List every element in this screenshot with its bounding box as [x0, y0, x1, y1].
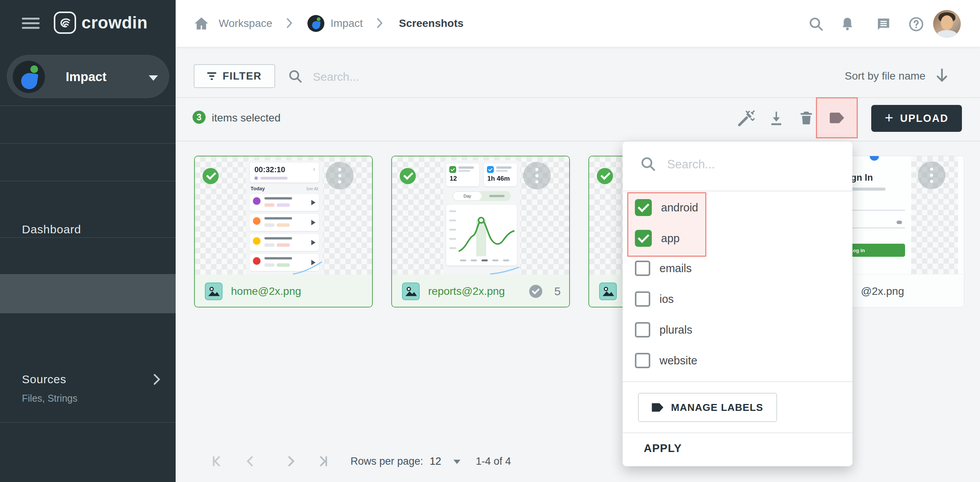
divider — [623, 381, 852, 382]
image-file-icon — [402, 283, 420, 300]
search-input[interactable] — [313, 70, 774, 83]
home-screenshot-thumbnail: 00:32:10 › Today See All — [246, 160, 323, 274]
image-file-icon — [205, 283, 223, 300]
label-tag-icon — [652, 403, 663, 412]
divider — [176, 97, 980, 98]
label-option-plurals[interactable]: plurals — [635, 322, 692, 337]
breadcrumb-workspace[interactable]: Workspace — [219, 0, 272, 47]
file-name: reports@2x.png — [428, 285, 505, 298]
labels-search — [639, 155, 829, 174]
card-menu-button[interactable] — [918, 161, 945, 189]
selected-check-icon[interactable] — [203, 168, 219, 184]
sidebar-item-screenshots[interactable]: Screenshots — [0, 274, 176, 313]
user-avatar[interactable] — [933, 10, 961, 38]
rows-per-page-select[interactable]: 12 — [430, 455, 441, 467]
checkbox-checked-icon[interactable] — [635, 199, 652, 216]
label-option-website[interactable]: website — [635, 353, 697, 368]
selected-check-icon[interactable] — [400, 168, 416, 184]
card-footer: home@2x.png — [195, 274, 372, 307]
checkbox-unchecked-icon[interactable] — [635, 353, 650, 368]
sidebar-item-tasks[interactable]: Tasks — [0, 313, 176, 351]
screenshot-card-home[interactable]: 00:32:10 › Today See All home@2x.png — [194, 156, 373, 307]
card-menu-button[interactable] — [523, 162, 551, 189]
crowdin-bird-icon — [54, 12, 76, 34]
screenshot-search — [287, 65, 802, 89]
image-file-icon — [599, 283, 617, 300]
sidebar-item-members[interactable]: Members — [0, 351, 176, 387]
brand-name: crowdin — [81, 13, 148, 32]
search-icon — [639, 155, 656, 174]
chat-icon[interactable] — [875, 16, 892, 34]
approved-check-icon — [529, 285, 542, 298]
divider — [623, 432, 852, 433]
download-icon[interactable] — [768, 110, 785, 128]
chevron-right-icon — [286, 18, 292, 30]
checkbox-unchecked-icon[interactable] — [635, 291, 650, 307]
divider — [623, 191, 852, 191]
reports-screenshot-thumbnail: 12 1h 46m Day — [443, 160, 520, 274]
selected-check-icon[interactable] — [597, 168, 613, 184]
filter-icon — [207, 72, 216, 80]
label-option-app[interactable]: app — [635, 230, 679, 247]
first-page-button[interactable] — [209, 454, 224, 470]
project-name: Impact — [66, 55, 106, 98]
sidebar-item-dashboard[interactable]: Dashboard — [0, 105, 176, 143]
caret-down-icon[interactable] — [453, 460, 460, 464]
plus-icon: + — [885, 110, 893, 125]
sidebar-item-reports[interactable]: Reports Overview, Cost estimate, Transl.… — [0, 422, 176, 482]
search-icon[interactable] — [808, 16, 824, 33]
last-page-button[interactable] — [316, 454, 331, 470]
breadcrumb-project[interactable]: Impact — [331, 0, 363, 47]
selected-count-label: items selected — [212, 112, 281, 124]
approved-count: 5 — [554, 285, 561, 298]
screenshot-card-reports[interactable]: 12 1h 46m Day — [391, 156, 570, 307]
label-option-ios[interactable]: ios — [635, 291, 674, 307]
sidebar: crowdin Impact Dashboard Workflow Source… — [0, 0, 176, 482]
project-switcher[interactable]: Impact — [7, 55, 169, 98]
label-option-android[interactable]: android — [635, 199, 698, 216]
home-icon[interactable] — [193, 15, 209, 33]
label-tag-icon — [830, 113, 844, 123]
breadcrumb-project-icon — [307, 0, 324, 47]
chevron-down-icon — [149, 75, 158, 81]
sidebar-item-workflow[interactable]: Workflow — [0, 143, 176, 181]
trash-icon[interactable] — [798, 110, 815, 128]
card-menu-button[interactable] — [326, 162, 354, 189]
file-name: @2x.png — [861, 285, 904, 298]
help-icon[interactable] — [908, 16, 925, 34]
bell-icon[interactable] — [839, 16, 855, 33]
day-week-toggle: Day — [452, 191, 511, 201]
chevron-right-icon — [377, 18, 383, 30]
filter-button[interactable]: FILTER — [194, 64, 275, 88]
apply-button[interactable]: APPLY — [644, 442, 682, 455]
sidebar-item-integrations[interactable]: Integrations — [0, 387, 176, 422]
checkbox-unchecked-icon[interactable] — [635, 322, 650, 337]
next-page-button[interactable] — [284, 454, 298, 470]
labels-dropdown: android app emails ios plurals website M… — [623, 141, 852, 466]
label-option-emails[interactable]: emails — [635, 261, 692, 276]
sort-control[interactable]: Sort by file name — [845, 64, 948, 88]
auto-tag-wand-icon[interactable] — [737, 110, 755, 129]
sidebar-item-sources[interactable]: Sources Files, Strings — [0, 181, 176, 237]
hamburger-menu-icon[interactable] — [22, 18, 40, 30]
assign-label-button[interactable] — [816, 97, 858, 138]
crowdin-logo[interactable]: crowdin — [54, 12, 148, 34]
checkbox-unchecked-icon[interactable] — [635, 261, 650, 276]
checkbox-checked-icon[interactable] — [635, 230, 652, 247]
upload-button[interactable]: + UPLOAD — [871, 105, 962, 132]
divider — [176, 141, 980, 141]
file-name: home@2x.png — [231, 285, 301, 298]
breadcrumb-page: Screenshots — [399, 0, 463, 47]
selected-count-badge: 3 — [193, 111, 206, 124]
manage-labels-button[interactable]: MANAGE LABELS — [638, 393, 777, 422]
page-range-label: 1-4 of 4 — [476, 455, 511, 467]
project-logo-icon — [13, 61, 45, 93]
prev-page-button[interactable] — [243, 454, 257, 470]
crowdin-screenshots-page: crowdin Impact Dashboard Workflow Source… — [0, 0, 980, 482]
arrow-down-icon — [935, 68, 948, 85]
rows-per-page-label: Rows per page: — [350, 455, 423, 467]
search-icon — [287, 68, 303, 85]
labels-search-input[interactable] — [667, 158, 829, 171]
sidebar-item-translations[interactable]: Translations — [0, 237, 176, 274]
card-footer: reports@2x.png 5 — [392, 274, 569, 307]
